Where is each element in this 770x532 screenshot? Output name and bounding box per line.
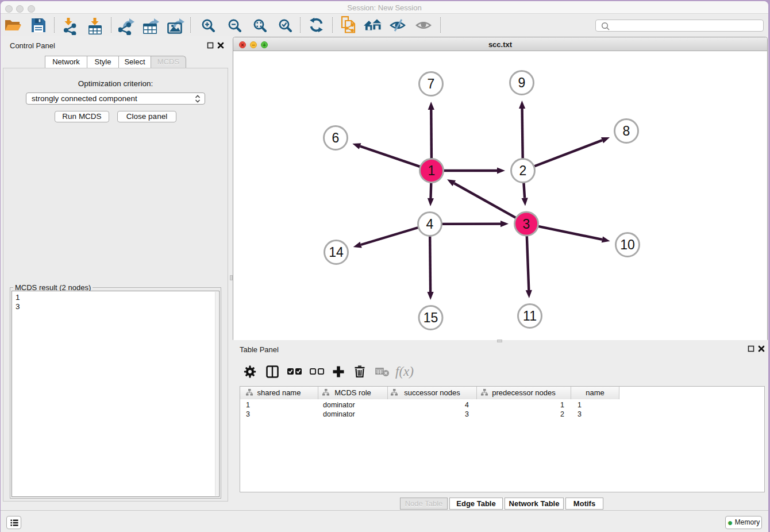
svg-text:14: 14 bbox=[329, 245, 344, 260]
svg-text:1: 1 bbox=[428, 163, 436, 178]
svg-text:4: 4 bbox=[426, 217, 434, 232]
svg-text:3: 3 bbox=[523, 217, 530, 232]
svg-text:15: 15 bbox=[424, 310, 438, 325]
svg-text:9: 9 bbox=[518, 75, 526, 90]
svg-text:10: 10 bbox=[620, 237, 635, 252]
svg-text:6: 6 bbox=[332, 130, 340, 145]
svg-text:8: 8 bbox=[623, 124, 630, 138]
svg-text:2: 2 bbox=[519, 163, 527, 178]
svg-text:7: 7 bbox=[428, 76, 435, 91]
svg-text:11: 11 bbox=[523, 309, 537, 323]
